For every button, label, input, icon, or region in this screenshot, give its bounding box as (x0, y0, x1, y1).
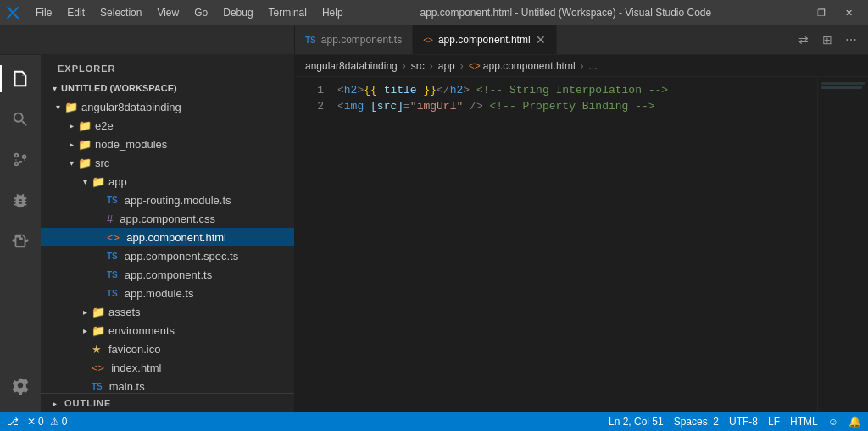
error-icon: ✕ (27, 416, 36, 428)
line-number-1: 1 (312, 82, 324, 98)
status-bar: ⎇ ✕ 0 ⚠ 0 Ln 2, Col 51 Spaces: 2 UTF-8 L… (0, 412, 868, 431)
sidebar: Explorer UNTITLED (WORKSPACE) 📁 angular8… (41, 55, 295, 412)
tree-item-node-modules[interactable]: 📁 node_modules (41, 135, 294, 153)
search-icon[interactable] (0, 99, 41, 140)
minimap (817, 77, 868, 412)
breadcrumb-app[interactable]: app (438, 60, 455, 72)
ts-file-icon: TS (107, 196, 118, 205)
tag-name-h2-close: h2 (450, 84, 464, 97)
workspace-arrow (47, 84, 61, 93)
activity-bar (0, 55, 41, 412)
close-tag-open: </ (437, 84, 450, 97)
git-branch[interactable]: ⎇ (7, 416, 19, 428)
notification-icon[interactable]: 🔔 (849, 416, 861, 428)
maximize-button[interactable]: ❐ (809, 4, 834, 21)
tree-item-app-ts[interactable]: TS app.component.ts (41, 265, 294, 284)
tree-item-index-html[interactable]: <> index.html (41, 358, 294, 377)
tree-item-app-routing[interactable]: TS app-routing.module.ts (41, 191, 294, 209)
tree-item-angular8databinding[interactable]: 📁 angular8databinding (41, 97, 294, 116)
spaces-setting[interactable]: Spaces: 2 (674, 416, 719, 428)
ts-file-icon: TS (92, 382, 103, 391)
tree-item-environments[interactable]: 📁 environments (41, 321, 294, 340)
tree-item-favicon[interactable]: ★ favicon.ico (41, 340, 294, 358)
status-bar-left: ⎇ ✕ 0 ⚠ 0 (7, 416, 67, 428)
code-line-1: <h2>{{ title }}</h2> <!-- String Interpo… (337, 82, 800, 98)
encoding[interactable]: UTF-8 (729, 416, 758, 428)
breadcrumb-filename: app.component.html (483, 60, 576, 72)
menu-view[interactable]: View (150, 5, 186, 20)
editor-area: angular8databinding › src › app › <>app.… (295, 55, 868, 412)
tree-label: src (95, 157, 109, 169)
more-actions-icon[interactable]: ⋯ (841, 30, 861, 50)
cursor-position[interactable]: Ln 2, Col 51 (609, 416, 664, 428)
tab-ts-label: app.component.ts (321, 34, 402, 46)
close-button[interactable]: ✕ (836, 4, 861, 21)
menu-terminal[interactable]: Terminal (262, 5, 314, 20)
tab-ts[interactable]: TS app.component.ts (295, 25, 412, 54)
space3 (463, 100, 470, 113)
tree-item-app-css[interactable]: # app.component.css (41, 209, 294, 228)
expand-icon (78, 326, 92, 335)
menu-debug[interactable]: Debug (216, 5, 259, 20)
tree-item-app[interactable]: 📁 app (41, 172, 294, 191)
tree-label: app-routing.module.ts (125, 194, 231, 207)
breadcrumb-src[interactable]: src (411, 60, 425, 72)
spaces-text: Spaces: 2 (674, 416, 719, 428)
code-editor[interactable]: 1 2 <h2>{{ title }}</h2> <!-- String Int… (295, 77, 817, 412)
tree-item-app-module[interactable]: TS app.module.ts (41, 284, 294, 302)
html-icon: <> (423, 36, 433, 45)
folder-icon: 📁 (92, 175, 105, 188)
tree-item-src[interactable]: 📁 src (41, 153, 294, 172)
html-file-icon: <> (107, 231, 120, 244)
window-controls: – ❐ ✕ (782, 4, 861, 21)
css-file-icon: # (107, 213, 113, 225)
content-area: Explorer UNTITLED (WORKSPACE) 📁 angular8… (0, 55, 868, 412)
tree-item-main-ts[interactable]: TS main.ts (41, 377, 294, 393)
outline-toggle[interactable]: OUTLINE (41, 394, 294, 412)
tree-item-e2e[interactable]: 📁 e2e (41, 116, 294, 135)
breadcrumb: angular8databinding › src › app › <>app.… (295, 55, 868, 77)
error-count[interactable]: ✕ 0 ⚠ 0 (27, 416, 67, 428)
attr-src: [src] (370, 100, 403, 113)
tab-close-button[interactable]: ✕ (536, 34, 546, 46)
sync-icon[interactable]: ⇄ (793, 30, 814, 50)
tab-html[interactable]: <> app.component.html ✕ (412, 25, 556, 54)
tree-item-app-spec[interactable]: TS app.component.spec.ts (41, 246, 294, 265)
menu-file[interactable]: File (29, 5, 58, 20)
error-number: 0 (38, 416, 44, 428)
ts-file-icon: TS (107, 251, 118, 261)
tree-label: angular8databinding (81, 101, 181, 113)
breadcrumb-sep-4: › (581, 60, 584, 72)
language-mode[interactable]: HTML (790, 416, 818, 428)
status-bar-right: Ln 2, Col 51 Spaces: 2 UTF-8 LF HTML ☺ 🔔 (609, 416, 861, 428)
minimize-button[interactable]: – (782, 4, 807, 21)
outline-arrow (47, 399, 61, 408)
tree-item-assets[interactable]: 📁 assets (41, 302, 294, 321)
breadcrumb-extra[interactable]: ... (589, 60, 598, 72)
debug-icon[interactable] (0, 180, 41, 221)
vscode-logo-icon (7, 6, 20, 19)
line-ending-text: LF (768, 416, 780, 428)
source-control-icon[interactable] (0, 140, 41, 180)
settings-icon[interactable] (0, 365, 41, 406)
breadcrumb-file[interactable]: <>app.component.html (469, 60, 576, 72)
smiley-icon[interactable]: ☺ (828, 416, 838, 428)
files-icon[interactable] (0, 58, 41, 99)
breadcrumb-sep-3: › (460, 60, 464, 72)
tree-item-app-html[interactable]: <> app.component.html (41, 228, 294, 246)
menu-edit[interactable]: Edit (60, 5, 92, 20)
split-editor-icon[interactable]: ⊞ (817, 30, 837, 50)
breadcrumb-root[interactable]: angular8databinding (305, 60, 398, 72)
menu-go[interactable]: Go (187, 5, 214, 20)
comment-1: <!-- String Interpolation --> (476, 84, 668, 97)
ts-icon: TS (305, 36, 316, 45)
menu-selection[interactable]: Selection (93, 5, 148, 20)
extensions-icon[interactable] (0, 221, 41, 262)
workspace-root[interactable]: UNTITLED (WORKSPACE) (41, 79, 294, 97)
line-ending[interactable]: LF (768, 416, 780, 428)
main-container: TS app.component.ts <> app.component.htm… (0, 25, 868, 431)
tree-label: index.html (111, 362, 161, 374)
tree-label: assets (108, 306, 141, 318)
workspace-label: UNTITLED (WORKSPACE) (61, 83, 177, 93)
menu-help[interactable]: Help (315, 5, 350, 20)
